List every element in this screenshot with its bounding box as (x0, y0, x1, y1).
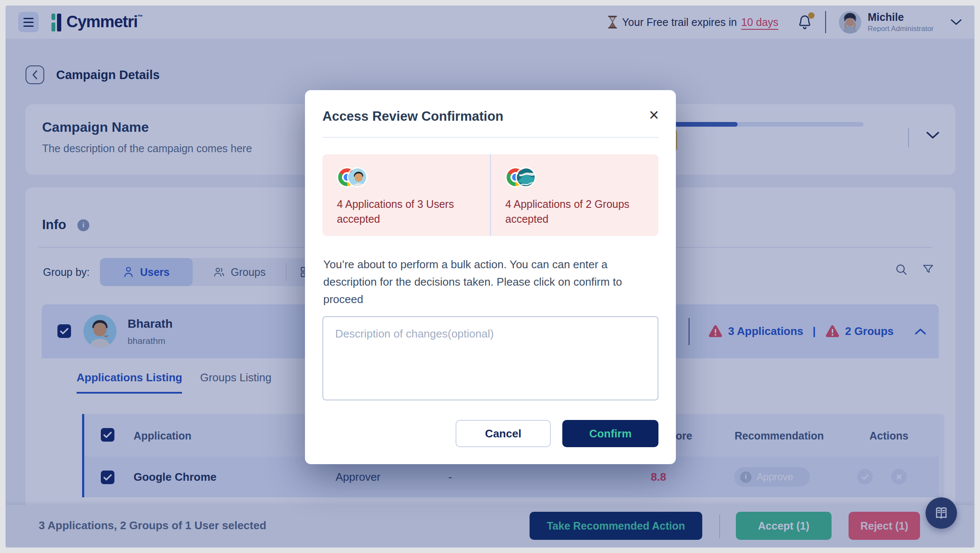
user-avatar-thumb (347, 167, 368, 187)
app-window: Cymmetri ™ Your Free trail expires in 10… (6, 6, 974, 547)
groups-summary: 4 Applications of 2 Groups accepted (490, 154, 658, 236)
users-summary-avatars (337, 166, 481, 188)
users-summary-text: 4 Applications of 3 Users accepted (337, 197, 481, 227)
modal-buttons: Cancel Confirm (456, 420, 658, 447)
description-textarea[interactable] (322, 316, 658, 400)
access-review-confirmation-modal: Access Review Confirmation × 4 Applicati… (305, 90, 676, 464)
modal-title: Access Review Confirmation (322, 109, 504, 124)
group-avatar-thumb (516, 167, 536, 187)
modal-close-button[interactable]: × (649, 106, 659, 123)
users-summary-line1: 4 Applications of 3 Users (337, 197, 481, 212)
modal-divider (322, 137, 658, 138)
users-summary-line2: accepted (337, 212, 481, 227)
groups-summary-text: 4 Applications of 2 Groups accepted (505, 197, 650, 227)
modal-body-text: You’re about to perform a bulk action. Y… (323, 256, 658, 308)
users-summary: 4 Applications of 3 Users accepted (322, 154, 490, 236)
groups-summary-avatars (505, 166, 650, 188)
confirm-button[interactable]: Confirm (562, 420, 658, 447)
groups-summary-line1: 4 Applications of 2 Groups (505, 197, 650, 212)
cancel-button[interactable]: Cancel (456, 420, 551, 447)
screen: Cymmetri ™ Your Free trail expires in 10… (0, 0, 980, 553)
groups-summary-line2: accepted (505, 212, 650, 227)
acceptance-summary-card: 4 Applications of 3 Users accepted 4 App… (322, 154, 658, 236)
